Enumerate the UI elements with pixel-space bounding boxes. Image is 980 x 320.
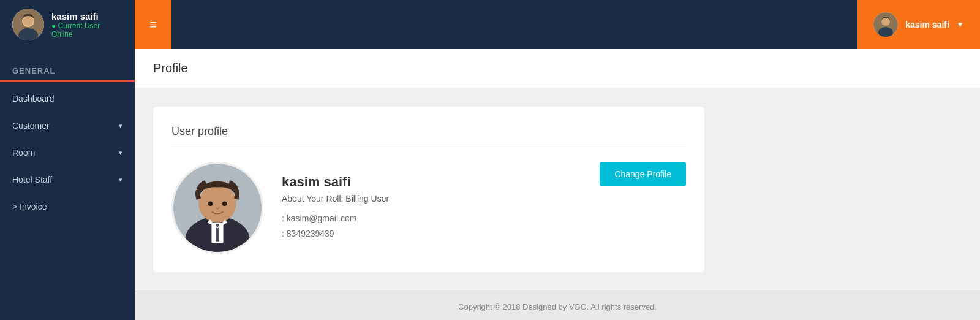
sidebar-item-hotel-staff-label: Hotel Staff bbox=[12, 175, 52, 185]
hotel-staff-arrow-icon: ▾ bbox=[119, 176, 123, 184]
navbar-brand: kasim saifi ● Current User Online bbox=[0, 9, 135, 40]
sidebar-item-dashboard-label: Dashboard bbox=[12, 94, 55, 104]
sidebar-section-label: General bbox=[0, 55, 135, 82]
change-profile-button[interactable]: Change Profile bbox=[600, 162, 686, 186]
svg-point-13 bbox=[222, 201, 227, 206]
nav-username: kasim saifi bbox=[905, 20, 949, 29]
role-value: Billing User bbox=[345, 194, 389, 204]
brand-info: kasim saifi ● Current User Online bbox=[51, 11, 100, 39]
navbar-right: kasim saifi ▼ bbox=[858, 0, 980, 49]
sidebar-item-invoice[interactable]: > Invoice bbox=[0, 193, 135, 220]
profile-phone: : 8349239439 bbox=[282, 226, 581, 242]
page-title: Profile bbox=[153, 61, 962, 75]
sidebar-item-dashboard[interactable]: Dashboard bbox=[0, 85, 135, 112]
brand-role: ● Current User bbox=[51, 21, 100, 30]
footer: Copyright © 2018 Designed by VGO. All ri… bbox=[135, 291, 980, 320]
navbar: kasim saifi ● Current User Online ≡ kasi… bbox=[0, 0, 980, 49]
svg-point-3 bbox=[23, 15, 34, 26]
svg-point-11 bbox=[198, 185, 236, 223]
sidebar: General Dashboard Customer ▾ Room ▾ Hote… bbox=[0, 49, 135, 320]
customer-arrow-icon: ▾ bbox=[119, 122, 123, 130]
sidebar-item-room-label: Room bbox=[12, 148, 35, 158]
page-body: User profile bbox=[135, 88, 980, 291]
profile-name: kasim saifi bbox=[282, 174, 581, 190]
profile-role: About Your Roll: Billing User bbox=[282, 194, 581, 204]
profile-card-title: User profile bbox=[172, 125, 686, 147]
page-header: Profile bbox=[135, 49, 980, 88]
sidebar-item-room[interactable]: Room ▾ bbox=[0, 139, 135, 166]
brand-status: Online bbox=[51, 30, 100, 39]
navbar-left: kasim saifi ● Current User Online ≡ bbox=[0, 0, 172, 49]
profile-details: kasim saifi About Your Roll: Billing Use… bbox=[282, 174, 581, 242]
nav-dropdown-arrow: ▼ bbox=[957, 20, 964, 29]
sidebar-item-customer[interactable]: Customer ▾ bbox=[0, 112, 135, 139]
profile-avatar-wrap bbox=[172, 162, 263, 254]
main-content: Profile User profile bbox=[135, 49, 980, 320]
sidebar-item-invoice-label: > Invoice bbox=[12, 202, 47, 211]
navbar-toggle-button[interactable]: ≡ bbox=[135, 0, 172, 49]
nav-avatar bbox=[873, 12, 898, 37]
profile-avatar-img bbox=[173, 164, 262, 252]
layout: General Dashboard Customer ▾ Room ▾ Hote… bbox=[0, 49, 980, 320]
sidebar-item-customer-label: Customer bbox=[12, 121, 50, 131]
room-arrow-icon: ▾ bbox=[119, 149, 123, 157]
svg-point-12 bbox=[208, 201, 213, 206]
profile-card: User profile bbox=[153, 107, 704, 272]
profile-info-row: kasim saifi About Your Roll: Billing Use… bbox=[172, 162, 686, 254]
brand-avatar bbox=[12, 9, 44, 40]
profile-contact: : kasim@gmail.com : 8349239439 bbox=[282, 211, 581, 242]
role-label: About Your Roll: bbox=[282, 194, 343, 204]
sidebar-item-hotel-staff[interactable]: Hotel Staff ▾ bbox=[0, 166, 135, 193]
brand-username: kasim saifi bbox=[51, 11, 100, 21]
profile-email: : kasim@gmail.com bbox=[282, 211, 581, 226]
footer-text: Copyright © 2018 Designed by VGO. All ri… bbox=[458, 302, 657, 311]
